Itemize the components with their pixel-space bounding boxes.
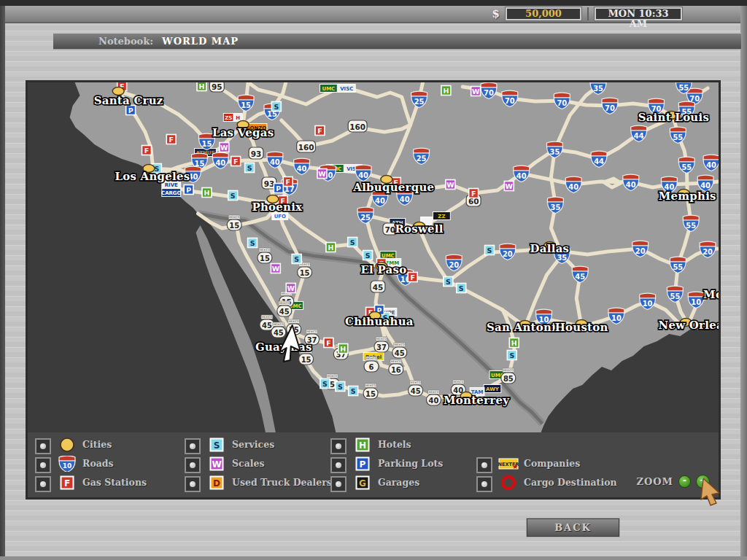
legend-icon: P (352, 456, 373, 472)
city-label[interactable]: Monterrey (444, 394, 510, 407)
svg-text:UMC: UMC (322, 86, 336, 92)
S-map-icon: S (336, 382, 345, 392)
legend-icon (57, 437, 77, 453)
svg-text:S: S (351, 387, 356, 395)
legend-checkbox-scales[interactable] (185, 457, 201, 473)
S-map-icon: S (485, 246, 495, 255)
mexico-route-shield: MEXICO45 (260, 315, 274, 330)
legend-checkbox-used-truck-dealers[interactable] (185, 476, 201, 492)
svg-text:MEXICO: MEXICO (365, 384, 376, 387)
legend-checkbox-cargo-destination[interactable] (476, 476, 492, 492)
page-title: WORLD MAP (162, 36, 239, 47)
svg-text:70: 70 (505, 96, 515, 104)
svg-text:40: 40 (700, 181, 711, 189)
W-map-icon: W (271, 264, 280, 273)
svg-text:W: W (212, 459, 221, 470)
svg-text:55: 55 (673, 133, 683, 141)
svg-text:S: S (250, 239, 255, 247)
S-map-icon: S (245, 163, 255, 173)
F-map-icon: F (283, 177, 293, 187)
svg-text:45: 45 (411, 386, 421, 394)
svg-text:70: 70 (385, 225, 396, 233)
city-label[interactable]: Mobile (703, 288, 719, 301)
svg-text:H: H (236, 115, 240, 121)
F-map-icon: F (142, 146, 152, 155)
legend-checkbox-hotels[interactable] (330, 438, 347, 454)
svg-text:W: W (506, 182, 514, 190)
checkbox-dot (40, 481, 46, 487)
city-label[interactable]: Las Vegas (212, 126, 274, 139)
svg-text:W: W (446, 181, 454, 189)
svg-text:W: W (272, 265, 280, 273)
F-map-icon: F (166, 135, 176, 144)
city-label[interactable]: Houston (555, 321, 608, 334)
legend-icon: NEXTFR (498, 456, 519, 472)
city-label[interactable]: Chihuahua (345, 315, 414, 328)
svg-text:160: 160 (298, 142, 314, 151)
mexico-route-shield: MEXICO15 (298, 262, 312, 278)
svg-text:ZZ: ZZ (438, 214, 445, 219)
city-label[interactable]: Dallas (530, 242, 570, 255)
S-map-icon: S (320, 379, 330, 389)
svg-text:40: 40 (429, 396, 439, 404)
svg-text:55: 55 (673, 262, 683, 271)
city-label[interactable]: Roswell (395, 222, 443, 236)
W-map-icon: W (504, 182, 514, 191)
checkbox-dot (481, 462, 487, 468)
city-label[interactable]: Albuquerque (352, 181, 434, 194)
hud-divider (587, 7, 589, 20)
svg-text:15: 15 (301, 355, 311, 363)
top-toolbar: $ 50,000 MON 10:33 AM (5, 6, 740, 23)
us-route-shield: 95 (209, 82, 224, 92)
city-label[interactable]: New Orleans (659, 319, 719, 332)
W-map-icon: W (471, 87, 481, 96)
legend-checkbox-gas-stations[interactable] (35, 476, 51, 492)
H-map-icon: H (441, 86, 451, 96)
svg-text:55: 55 (678, 83, 689, 91)
legend-checkbox-services[interactable] (185, 438, 201, 454)
svg-text:P: P (360, 459, 366, 470)
legend-checkbox-cities[interactable] (35, 438, 51, 454)
world-map[interactable]: UMCVISCUMCVISCATHUSGONZORIVECARGOUFOZZAT… (28, 82, 719, 432)
legend-checkbox-parking-lots[interactable] (330, 457, 347, 473)
zoom-out-button[interactable]: - (678, 475, 691, 488)
city-label[interactable]: El Paso (360, 263, 406, 276)
mexico-route-shield: MEXICO85 (501, 368, 516, 384)
legend-checkbox-companies[interactable] (476, 457, 492, 473)
city-icon (59, 437, 75, 453)
time-display: MON 10:33 AM (595, 7, 682, 20)
hud: $ 50,000 MON 10:33 AM (492, 6, 682, 22)
svg-text:85: 85 (503, 374, 514, 382)
svg-text:MEXICO: MEXICO (376, 338, 387, 341)
svg-text:MEXICO: MEXICO (289, 320, 299, 323)
svg-text:G: G (359, 478, 366, 489)
legend-checkbox-roads[interactable] (35, 457, 51, 473)
company-logo: UMC (320, 85, 337, 93)
window-border-top (0, 0, 747, 6)
svg-text:S: S (365, 252, 371, 260)
svg-text:CARGO: CARGO (161, 190, 182, 196)
us-route-shield: 93 (249, 147, 263, 159)
city-label[interactable]: Phoenix (252, 201, 302, 214)
dollar-icon: $ (492, 7, 500, 20)
svg-text:55: 55 (686, 221, 696, 229)
F-map-icon: F (315, 126, 325, 136)
legend-label: Cities (82, 437, 112, 453)
legend-checkbox-garages[interactable] (330, 476, 347, 492)
city-label[interactable]: Saint Louis (638, 111, 710, 124)
checkbox-dot (190, 443, 196, 449)
svg-text:MEXICO: MEXICO (411, 381, 421, 384)
legend-label: Gas Stations (82, 475, 147, 491)
map-panel: UMCVISCUMCVISCATHUSGONZORIVECARGOUFOZZAT… (26, 80, 721, 499)
legend-label: Scales (232, 456, 264, 472)
F-map-icon: F (408, 273, 417, 282)
city-label[interactable]: Los Angeles (115, 170, 190, 183)
svg-text:W: W (220, 144, 228, 152)
zoom-in-button[interactable]: + (696, 475, 710, 489)
legend-icon: W (206, 456, 227, 472)
mexico-route-shield: MEXICO15 (227, 215, 241, 230)
city-label[interactable]: Santa Cruz (94, 94, 163, 107)
city-label[interactable]: Memphis (659, 190, 716, 203)
city-label[interactable]: San Antonio (487, 321, 563, 334)
back-button[interactable]: BACK (527, 518, 619, 537)
